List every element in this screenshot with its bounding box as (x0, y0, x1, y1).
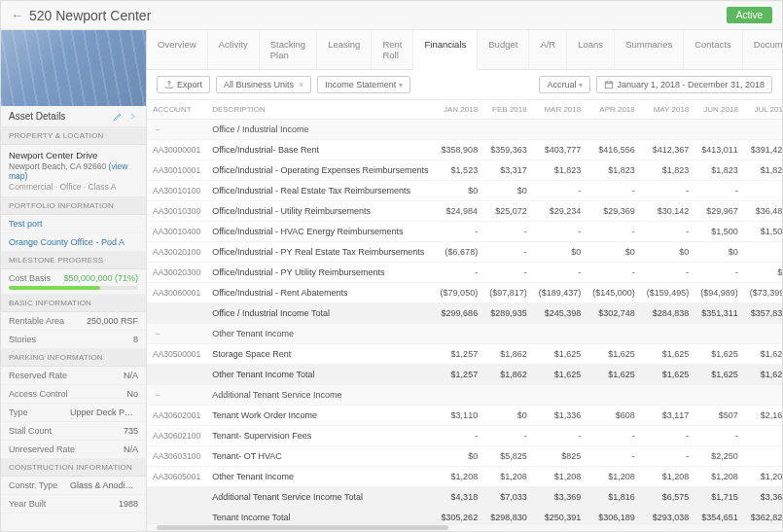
value-cell: $412,367 (641, 140, 695, 160)
value-cell: $0 (533, 242, 587, 263)
account-cell: AA30010100 (147, 181, 206, 201)
column-header[interactable]: ACCOUNT (147, 100, 206, 120)
info-row: Constr. TypeGlass & Anodized Alumin… (1, 477, 146, 495)
value-cell: - (483, 222, 533, 242)
account-cell: – (147, 324, 206, 344)
column-header[interactable]: FEB 2018 (483, 100, 533, 120)
expander-icon[interactable]: – (153, 390, 162, 400)
tab-documents[interactable]: Documents (743, 30, 782, 69)
horizontal-scrollbar[interactable] (147, 523, 782, 531)
export-button[interactable]: Export (157, 76, 210, 93)
table-row: AA30010300Office/Industrial - Utility Re… (147, 201, 782, 222)
description-cell: Office/Industrial - Utility Reimbursemen… (206, 201, 434, 222)
business-units-filter[interactable]: All Business Units × (216, 76, 311, 93)
account-cell (147, 365, 206, 385)
value-cell: ($94,989) (694, 283, 744, 303)
tab-financials[interactable]: Financials (413, 30, 478, 70)
tab-bar: OverviewActivityStacking PlanLeasingRent… (147, 30, 782, 70)
chevron-right-icon[interactable] (127, 111, 138, 122)
expander-icon[interactable]: – (153, 329, 162, 338)
value-cell: $1,208 (533, 467, 587, 487)
account-cell: AA30603100 (147, 446, 206, 467)
method-label: Accrual (547, 80, 576, 89)
back-arrow-icon[interactable]: ← (11, 8, 23, 22)
value-cell: - (641, 446, 695, 467)
address-line2: Newport Beach, CA 92660 (view map) (9, 161, 138, 181)
value-cell: $362,826 (744, 508, 782, 524)
value-cell (483, 385, 533, 406)
column-header[interactable]: MAR 2018 (533, 100, 587, 120)
status-badge[interactable]: Active (727, 7, 772, 23)
scroll-thumb[interactable] (157, 525, 448, 530)
account-cell: AA30500001 (147, 344, 206, 365)
chevron-down-icon: ▾ (579, 81, 583, 89)
column-header[interactable]: JUL 2018 (744, 100, 782, 120)
tab-budget[interactable]: Budget (478, 30, 529, 69)
table-row: AA30020300Office/Industrial - PY Utility… (147, 263, 782, 283)
table-row: AA30602001Tenant Work Order Income$3,110… (147, 406, 782, 426)
value-cell: $1,823 (587, 160, 641, 181)
statement-type-filter[interactable]: Income Statement ▾ (317, 76, 410, 93)
column-header[interactable]: DESCRIPTION (206, 100, 434, 120)
value-cell: $1,862 (483, 365, 533, 385)
value-cell: $1,625 (587, 365, 641, 385)
value-cell: ($189,437) (533, 283, 587, 303)
value-cell (744, 324, 782, 344)
value-cell: ($145,000) (587, 283, 641, 303)
value-cell: $0 (435, 181, 484, 201)
chevron-down-icon: ▾ (399, 81, 403, 89)
section-portfolio: PORTFOLIO INFORMATION (1, 197, 146, 215)
date-range-picker[interactable]: January 1, 2018 - December 31, 2018 (596, 76, 772, 93)
value-cell: $1,625 (694, 344, 744, 365)
value-cell: $1,208 (744, 467, 782, 487)
value-cell: $1,862 (483, 344, 533, 365)
portfolio-link[interactable]: Test port (1, 215, 146, 233)
tab-contacts[interactable]: Contacts (684, 30, 743, 69)
value-cell: $2,160 (744, 406, 782, 426)
description-cell: Storage Space Rent (206, 344, 434, 365)
tab-rent-roll[interactable]: Rent Roll (372, 30, 413, 69)
section-milestone: MILESTONE PROGRESS (1, 252, 146, 269)
column-header[interactable]: JUN 2018 (694, 100, 744, 120)
info-row: Year Built1988 (1, 495, 146, 514)
financials-table-wrap[interactable]: ACCOUNTDESCRIPTIONJAN 2018FEB 2018MAR 20… (147, 100, 782, 523)
value-cell (587, 324, 641, 344)
edit-icon[interactable] (113, 111, 124, 122)
clear-filter-icon[interactable]: × (299, 80, 303, 89)
tab-stacking-plan[interactable]: Stacking Plan (260, 30, 317, 69)
tab-overview[interactable]: Overview (147, 30, 208, 69)
column-header[interactable]: MAY 2018 (641, 100, 695, 120)
value-cell: $36,488 (744, 201, 782, 222)
description-cell: Tenant- Supervision Fees (206, 426, 434, 446)
column-header[interactable]: JAN 2018 (435, 100, 484, 120)
tab-activity[interactable]: Activity (208, 30, 260, 69)
value-cell (641, 120, 695, 140)
value-cell: $298,830 (483, 508, 533, 524)
account-cell: – (147, 385, 206, 406)
tab-loans[interactable]: Loans (567, 30, 615, 69)
column-header[interactable]: APR 2018 (587, 100, 641, 120)
value-cell: $3,369 (533, 487, 587, 508)
value-cell: - (641, 426, 695, 446)
value-cell: ($6,678) (435, 242, 484, 263)
value-cell: $250,391 (533, 508, 587, 524)
tab-leasing[interactable]: Leasing (317, 30, 372, 69)
accounting-method-select[interactable]: Accrual ▾ (539, 76, 590, 93)
value-cell (533, 385, 587, 406)
filter2-label: Income Statement (325, 80, 396, 89)
export-icon (164, 80, 174, 89)
value-cell: - (483, 263, 533, 283)
address-line1: Newport Center Drive (9, 150, 138, 160)
portfolio-link[interactable]: Orange County Office - Pod A (1, 233, 146, 252)
description-cell: Other Tenant Income Total (206, 365, 434, 385)
value-cell: - (641, 222, 695, 242)
info-row: TypeUpper Deck Parking & 2 u… (1, 404, 146, 422)
tab-a-r[interactable]: A/R (529, 30, 567, 69)
value-cell: $1,208 (483, 467, 533, 487)
description-cell: Tenant- OT HVAC (206, 446, 434, 467)
value-cell: ($97,817) (483, 283, 533, 303)
tab-summaries[interactable]: Summaries (615, 30, 684, 69)
expander-icon[interactable]: – (153, 124, 162, 134)
value-cell: - (587, 181, 641, 201)
value-cell: ($79,050) (435, 283, 484, 303)
